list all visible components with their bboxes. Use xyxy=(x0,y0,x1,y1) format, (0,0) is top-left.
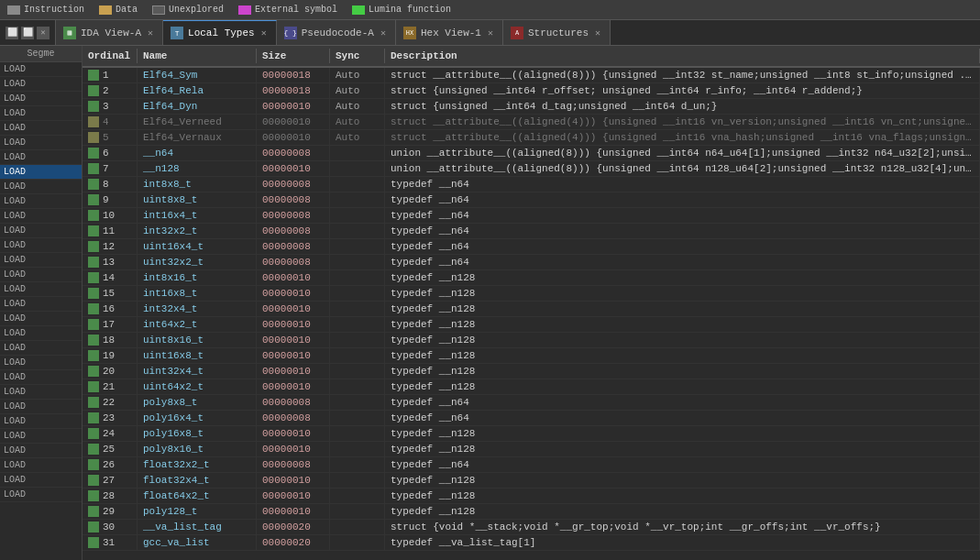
window-btn-3[interactable]: ✕ xyxy=(37,27,50,39)
cell-name: int16x4_t xyxy=(138,208,257,223)
cell-ordinal: 24 xyxy=(83,426,138,441)
sidebar-item-11[interactable]: LOAD xyxy=(0,224,82,238)
tab-local-types-close[interactable]: ✕ xyxy=(259,27,269,39)
cell-size: 00000010 xyxy=(257,270,330,285)
tab-hex-view-1[interactable]: HX Hex View-1 ✕ xyxy=(396,20,503,45)
table-row[interactable]: 28float64x2_t00000010typedef __n128 xyxy=(83,489,980,504)
sidebar-item-7[interactable]: LOAD xyxy=(0,165,82,180)
tab-structures-close[interactable]: ✕ xyxy=(593,27,602,39)
table-row[interactable]: 10int16x4_t00000008typedef __n64 xyxy=(83,208,980,224)
sidebar-item-10[interactable]: LOAD xyxy=(0,209,82,224)
table-row[interactable]: 23poly16x4_t00000008typedef __n64 xyxy=(83,411,980,426)
cell-size: 00000008 xyxy=(257,146,330,160)
tab-pseudocode-a[interactable]: { } Pseudocode-A ✕ xyxy=(277,20,396,45)
tab-local-types-label: Local Types xyxy=(188,27,255,38)
sidebar-item-2[interactable]: LOAD xyxy=(0,92,82,106)
sidebar-item-16[interactable]: LOAD xyxy=(0,297,82,312)
sidebar-item-22[interactable]: LOAD xyxy=(0,385,82,400)
table-row[interactable]: 30__va_list_tag00000020struct {void *__s… xyxy=(83,520,980,535)
table-row[interactable]: 2Elf64_Rela00000018Autostruct {unsigned … xyxy=(83,83,980,99)
data-table[interactable]: Ordinal Name Size Sync Description 1Elf6… xyxy=(83,46,980,560)
cell-sync xyxy=(330,504,385,519)
table-row[interactable]: 26float32x2_t00000008typedef __n64 xyxy=(83,457,980,473)
window-btn-2[interactable]: ⬜ xyxy=(21,27,34,39)
cell-ordinal: 31 xyxy=(83,535,138,550)
table-row[interactable]: 29poly128_t00000010typedef __n128 xyxy=(83,504,980,520)
tab-structures[interactable]: A Structures ✕ xyxy=(503,20,611,45)
row-type-icon xyxy=(88,116,99,127)
sidebar-item-12[interactable]: LOAD xyxy=(0,238,82,253)
cell-name: uint8x8_t xyxy=(138,192,257,207)
sidebar-item-15[interactable]: LOAD xyxy=(0,282,82,297)
table-row[interactable]: 7__n12800000010union __attribute__((alig… xyxy=(83,161,980,177)
sidebar-item-6[interactable]: LOAD xyxy=(0,150,82,165)
table-row[interactable]: 1Elf64_Sym00000018Autostruct __attribute… xyxy=(83,68,980,83)
table-row[interactable]: 3Elf64_Dyn00000010Autostruct {unsigned _… xyxy=(83,99,980,115)
cell-sync xyxy=(330,317,385,332)
sidebar-item-1[interactable]: LOAD xyxy=(0,77,82,92)
sidebar-item-23[interactable]: LOAD xyxy=(0,400,82,414)
table-row[interactable]: 11int32x2_t00000008typedef __n64 xyxy=(83,224,980,239)
table-row[interactable]: 14int8x16_t00000010typedef __n128 xyxy=(83,270,980,286)
cell-sync: Auto xyxy=(330,130,385,145)
sidebar-item-9[interactable]: LOAD xyxy=(0,194,82,209)
row-type-icon xyxy=(88,444,99,455)
table-row[interactable]: 12uint16x4_t00000008typedef __n64 xyxy=(83,239,980,255)
window-btn-1[interactable]: ⬜ xyxy=(6,27,18,39)
row-type-icon xyxy=(88,241,99,252)
sidebar-item-0[interactable]: LOAD xyxy=(0,62,82,77)
table-row[interactable]: 18uint8x16_t00000010typedef __n128 xyxy=(83,333,980,348)
table-row[interactable]: 8int8x8_t00000008typedef __n64 xyxy=(83,177,980,192)
lumina-function-color-swatch xyxy=(352,5,365,15)
table-row[interactable]: 21uint64x2_t00000010typedef __n128 xyxy=(83,379,980,395)
table-row[interactable]: 20uint32x4_t00000010typedef __n128 xyxy=(83,364,980,379)
cell-size: 00000010 xyxy=(257,379,330,394)
sidebar-item-8[interactable]: LOAD xyxy=(0,180,82,194)
sidebar-item-13[interactable]: LOAD xyxy=(0,253,82,268)
sidebar-item-4[interactable]: LOAD xyxy=(0,121,82,136)
table-row[interactable]: 17int64x2_t00000010typedef __n128 xyxy=(83,317,980,333)
sidebar-item-19[interactable]: LOAD xyxy=(0,341,82,356)
tab-ida-view-a-close[interactable]: ✕ xyxy=(146,27,155,39)
table-row[interactable]: 24poly16x8_t00000010typedef __n128 xyxy=(83,426,980,442)
sidebar-item-26[interactable]: LOAD xyxy=(0,444,82,458)
row-type-icon xyxy=(88,319,99,330)
tab-pseudocode-a-close[interactable]: ✕ xyxy=(379,27,388,39)
table-row[interactable]: 5Elf64_Vernaux00000010Autostruct __attri… xyxy=(83,130,980,146)
sidebar-item-3[interactable]: LOAD xyxy=(0,106,82,121)
cell-size: 00000008 xyxy=(257,224,330,238)
cell-desc: union __attribute__((aligned(8))) {unsig… xyxy=(385,146,980,160)
table-row[interactable]: 31gcc_va_list00000020typedef __va_list_t… xyxy=(83,535,980,551)
table-row[interactable]: 27float32x4_t00000010typedef __n128 xyxy=(83,473,980,489)
table-row[interactable]: 22poly8x8_t00000008typedef __n64 xyxy=(83,395,980,411)
sidebar-item-21[interactable]: LOAD xyxy=(0,370,82,385)
table-row[interactable]: 6__n6400000008union __attribute__((align… xyxy=(83,146,980,161)
cell-desc: typedef __n64 xyxy=(385,395,980,410)
tab-hex-view-1-close[interactable]: ✕ xyxy=(486,27,495,39)
cell-name: float64x2_t xyxy=(138,489,257,503)
table-row[interactable]: 16int32x4_t00000010typedef __n128 xyxy=(83,302,980,317)
tab-local-types[interactable]: T Local Types ✕ xyxy=(163,20,277,45)
sidebar-item-24[interactable]: LOAD xyxy=(0,414,82,429)
col-header-desc: Description xyxy=(385,49,980,63)
sidebar-item-17[interactable]: LOAD xyxy=(0,312,82,326)
table-row[interactable]: 4Elf64_Verneed00000010Autostruct __attri… xyxy=(83,115,980,130)
cell-sync xyxy=(330,473,385,488)
sidebar-item-28[interactable]: LOAD xyxy=(0,473,82,488)
table-row[interactable]: 19uint16x8_t00000010typedef __n128 xyxy=(83,348,980,364)
table-row[interactable]: 25poly8x16_t00000010typedef __n128 xyxy=(83,442,980,457)
tab-ida-view-a[interactable]: ▦ IDA View-A ✕ xyxy=(56,20,163,45)
types-icon: T xyxy=(171,27,183,39)
sidebar-item-20[interactable]: LOAD xyxy=(0,356,82,370)
sidebar-item-5[interactable]: LOAD xyxy=(0,136,82,150)
sidebar-item-29[interactable]: LOAD xyxy=(0,488,82,502)
sidebar-item-14[interactable]: LOAD xyxy=(0,268,82,282)
table-row[interactable]: 13uint32x2_t00000008typedef __n64 xyxy=(83,255,980,270)
sidebar-item-27[interactable]: LOAD xyxy=(0,458,82,473)
table-row[interactable]: 9uint8x8_t00000008typedef __n64 xyxy=(83,192,980,208)
sidebar-item-18[interactable]: LOAD xyxy=(0,326,82,341)
main-layout: Segme LOAD LOAD LOAD LOAD LOAD LOAD LOAD… xyxy=(0,46,980,560)
cell-ordinal: 30 xyxy=(83,520,138,534)
table-row[interactable]: 15int16x8_t00000010typedef __n128 xyxy=(83,286,980,302)
sidebar-item-25[interactable]: LOAD xyxy=(0,429,82,444)
